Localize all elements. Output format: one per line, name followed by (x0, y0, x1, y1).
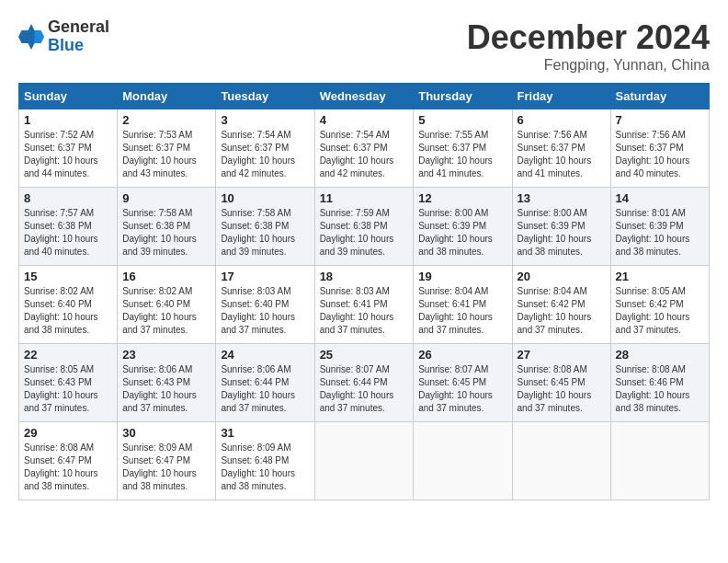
table-row: 11 Sunrise: 7:59 AMSunset: 6:38 PMDaylig… (314, 188, 414, 266)
day-number: 29 (24, 426, 112, 440)
day-info: Sunrise: 8:03 AMSunset: 6:41 PMDaylight:… (320, 286, 394, 335)
header-tuesday: Tuesday (216, 84, 314, 109)
day-info: Sunrise: 8:05 AMSunset: 6:43 PMDaylight:… (24, 364, 98, 413)
calendar-week-row: 15 Sunrise: 8:02 AMSunset: 6:40 PMDaylig… (19, 266, 710, 344)
day-info: Sunrise: 8:00 AMSunset: 6:39 PMDaylight:… (418, 208, 493, 257)
day-info: Sunrise: 7:56 AMSunset: 6:37 PMDaylight:… (518, 130, 592, 178)
table-row: 16 Sunrise: 8:02 AMSunset: 6:40 PMDaylig… (118, 266, 216, 344)
title-block: December 2024 Fengping, Yunnan, China (467, 18, 710, 74)
day-number: 8 (24, 191, 112, 205)
day-info: Sunrise: 8:01 AMSunset: 6:39 PMDaylight:… (616, 208, 690, 257)
header-wednesday: Wednesday (314, 84, 414, 109)
day-info: Sunrise: 8:04 AMSunset: 6:41 PMDaylight:… (418, 286, 493, 335)
table-row: 2 Sunrise: 7:53 AMSunset: 6:37 PMDayligh… (118, 109, 216, 188)
logo-icon (18, 24, 44, 50)
day-info: Sunrise: 8:09 AMSunset: 6:48 PMDaylight:… (221, 442, 295, 491)
day-number: 6 (518, 113, 606, 127)
location-title: Fengping, Yunnan, China (467, 57, 710, 74)
table-row: 27 Sunrise: 8:08 AMSunset: 6:45 PMDaylig… (512, 344, 610, 422)
day-number: 14 (616, 191, 704, 205)
day-number: 15 (24, 270, 112, 283)
day-number: 16 (122, 270, 210, 283)
day-number: 26 (418, 348, 506, 362)
table-row (314, 422, 414, 500)
table-row: 25 Sunrise: 8:07 AMSunset: 6:44 PMDaylig… (314, 344, 414, 422)
table-row: 28 Sunrise: 8:08 AMSunset: 6:46 PMDaylig… (610, 344, 709, 422)
table-row: 18 Sunrise: 8:03 AMSunset: 6:41 PMDaylig… (314, 266, 414, 344)
day-info: Sunrise: 8:09 AMSunset: 6:47 PMDaylight:… (122, 442, 197, 491)
day-number: 25 (320, 348, 409, 362)
logo-blue-text: Blue (48, 37, 109, 55)
table-row (512, 422, 610, 500)
day-number: 28 (616, 348, 704, 362)
day-number: 20 (518, 270, 606, 283)
day-number: 12 (418, 191, 506, 205)
day-number: 7 (616, 113, 704, 127)
header-friday: Friday (512, 84, 610, 109)
day-number: 17 (221, 270, 309, 283)
table-row: 7 Sunrise: 7:56 AMSunset: 6:37 PMDayligh… (610, 109, 709, 188)
table-row: 9 Sunrise: 7:58 AMSunset: 6:38 PMDayligh… (118, 188, 216, 266)
day-number: 1 (24, 113, 112, 127)
table-row: 1 Sunrise: 7:52 AMSunset: 6:37 PMDayligh… (19, 109, 118, 188)
header-saturday: Saturday (610, 84, 709, 109)
logo: General Blue (18, 18, 109, 55)
calendar-header-row: Sunday Monday Tuesday Wednesday Thursday… (19, 84, 710, 109)
table-row: 23 Sunrise: 8:06 AMSunset: 6:43 PMDaylig… (118, 344, 216, 422)
day-number: 5 (418, 113, 506, 127)
day-info: Sunrise: 8:00 AMSunset: 6:39 PMDaylight:… (518, 208, 592, 257)
day-number: 9 (122, 191, 210, 205)
table-row: 14 Sunrise: 8:01 AMSunset: 6:39 PMDaylig… (610, 188, 709, 266)
day-number: 21 (616, 270, 704, 283)
day-info: Sunrise: 7:54 AMSunset: 6:37 PMDaylight:… (221, 130, 295, 178)
calendar-week-row: 8 Sunrise: 7:57 AMSunset: 6:38 PMDayligh… (19, 188, 710, 266)
day-number: 10 (221, 191, 309, 205)
day-info: Sunrise: 8:06 AMSunset: 6:43 PMDaylight:… (122, 364, 197, 413)
table-row: 29 Sunrise: 8:08 AMSunset: 6:47 PMDaylig… (19, 422, 118, 500)
svg-marker-1 (35, 30, 45, 43)
table-row: 24 Sunrise: 8:06 AMSunset: 6:44 PMDaylig… (216, 344, 314, 422)
day-number: 30 (122, 426, 210, 440)
day-info: Sunrise: 7:54 AMSunset: 6:37 PMDaylight:… (320, 130, 394, 178)
table-row: 8 Sunrise: 7:57 AMSunset: 6:38 PMDayligh… (19, 188, 118, 266)
day-info: Sunrise: 8:02 AMSunset: 6:40 PMDaylight:… (24, 286, 98, 335)
table-row: 21 Sunrise: 8:05 AMSunset: 6:42 PMDaylig… (610, 266, 709, 344)
header-thursday: Thursday (414, 84, 512, 109)
day-number: 27 (518, 348, 606, 362)
table-row (610, 422, 709, 500)
day-info: Sunrise: 7:57 AMSunset: 6:38 PMDaylight:… (24, 208, 98, 257)
header-sunday: Sunday (19, 84, 118, 109)
day-info: Sunrise: 8:08 AMSunset: 6:47 PMDaylight:… (24, 442, 98, 491)
day-info: Sunrise: 8:07 AMSunset: 6:45 PMDaylight:… (418, 364, 493, 413)
logo-general-text: General (48, 18, 109, 37)
day-info: Sunrise: 7:56 AMSunset: 6:37 PMDaylight:… (616, 130, 690, 178)
day-info: Sunrise: 8:04 AMSunset: 6:42 PMDaylight:… (518, 286, 592, 335)
day-info: Sunrise: 8:02 AMSunset: 6:40 PMDaylight:… (122, 286, 197, 335)
day-info: Sunrise: 8:05 AMSunset: 6:42 PMDaylight:… (616, 286, 690, 335)
day-number: 31 (221, 426, 309, 440)
month-title: December 2024 (467, 18, 710, 57)
day-info: Sunrise: 7:53 AMSunset: 6:37 PMDaylight:… (122, 130, 197, 178)
calendar-week-row: 29 Sunrise: 8:08 AMSunset: 6:47 PMDaylig… (19, 422, 710, 500)
day-number: 13 (518, 191, 606, 205)
header-monday: Monday (118, 84, 216, 109)
day-info: Sunrise: 7:58 AMSunset: 6:38 PMDaylight:… (221, 208, 295, 257)
day-info: Sunrise: 7:52 AMSunset: 6:37 PMDaylight:… (24, 130, 98, 178)
day-info: Sunrise: 7:58 AMSunset: 6:38 PMDaylight:… (122, 208, 197, 257)
day-info: Sunrise: 8:07 AMSunset: 6:44 PMDaylight:… (320, 364, 394, 413)
calendar-table: Sunday Monday Tuesday Wednesday Thursday… (18, 83, 710, 500)
calendar-week-row: 22 Sunrise: 8:05 AMSunset: 6:43 PMDaylig… (19, 344, 710, 422)
day-info: Sunrise: 7:55 AMSunset: 6:37 PMDaylight:… (418, 130, 493, 178)
day-info: Sunrise: 7:59 AMSunset: 6:38 PMDaylight:… (320, 208, 394, 257)
table-row: 13 Sunrise: 8:00 AMSunset: 6:39 PMDaylig… (512, 188, 610, 266)
day-info: Sunrise: 8:03 AMSunset: 6:40 PMDaylight:… (221, 286, 295, 335)
table-row: 30 Sunrise: 8:09 AMSunset: 6:47 PMDaylig… (118, 422, 216, 500)
day-info: Sunrise: 8:08 AMSunset: 6:46 PMDaylight:… (616, 364, 690, 413)
day-number: 24 (221, 348, 309, 362)
day-number: 18 (320, 270, 409, 283)
table-row (414, 422, 512, 500)
table-row: 19 Sunrise: 8:04 AMSunset: 6:41 PMDaylig… (414, 266, 512, 344)
table-row: 3 Sunrise: 7:54 AMSunset: 6:37 PMDayligh… (216, 109, 314, 188)
table-row: 6 Sunrise: 7:56 AMSunset: 6:37 PMDayligh… (512, 109, 610, 188)
table-row: 17 Sunrise: 8:03 AMSunset: 6:40 PMDaylig… (216, 266, 314, 344)
